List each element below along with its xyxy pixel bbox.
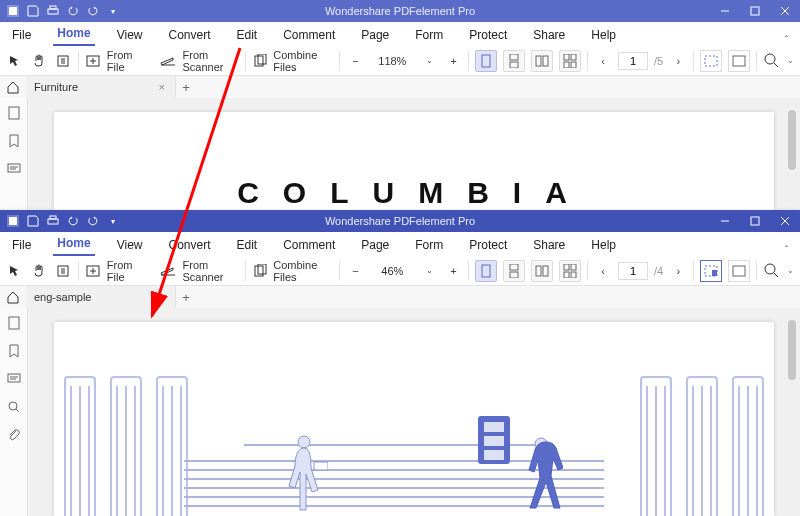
screenshot-tool-icon[interactable] [700, 260, 722, 282]
hand-tool-icon[interactable] [30, 262, 48, 280]
combine-files-icon[interactable] [252, 52, 267, 70]
from-scanner-label[interactable]: From Scanner [183, 259, 240, 283]
menu-form[interactable]: Form [411, 24, 447, 46]
save-icon[interactable] [26, 214, 40, 228]
from-scanner-icon[interactable] [159, 262, 177, 280]
view-two-page-button[interactable] [531, 50, 553, 72]
page-number-input[interactable] [618, 52, 648, 70]
maximize-button[interactable] [740, 210, 770, 232]
search-icon[interactable] [763, 52, 781, 70]
bookmarks-icon[interactable] [5, 342, 23, 360]
from-file-icon[interactable] [85, 52, 101, 70]
edit-tool-icon[interactable] [54, 52, 72, 70]
menu-home[interactable]: Home [53, 232, 94, 256]
select-tool-icon[interactable] [6, 52, 24, 70]
collapse-ribbon-icon[interactable]: ˆ [785, 35, 792, 46]
qat-dropdown-icon[interactable]: ▾ [106, 4, 120, 18]
new-tab-button[interactable]: + [176, 80, 196, 95]
combine-files-label[interactable]: Combine Files [273, 49, 333, 73]
zoom-out-button[interactable]: − [346, 52, 364, 70]
zoom-in-button[interactable]: + [444, 262, 462, 280]
combine-files-label[interactable]: Combine Files [273, 259, 333, 283]
tab-close-icon[interactable]: × [157, 291, 167, 303]
combine-files-icon[interactable] [252, 262, 267, 280]
new-tab-button[interactable]: + [176, 290, 196, 305]
zoom-dropdown-icon[interactable]: ⌄ [420, 262, 438, 280]
minimize-button[interactable] [710, 210, 740, 232]
document-tab[interactable]: Furniture × [26, 76, 176, 98]
edit-tool-icon[interactable] [54, 262, 72, 280]
view-continuous-button[interactable] [503, 260, 525, 282]
view-two-continuous-button[interactable] [559, 50, 581, 72]
next-page-button[interactable]: › [669, 52, 687, 70]
menu-edit[interactable]: Edit [233, 24, 262, 46]
redo-icon[interactable] [86, 214, 100, 228]
view-single-page-button[interactable] [475, 260, 497, 282]
document-tab[interactable]: eng-sample × [26, 286, 176, 308]
prev-page-button[interactable]: ‹ [594, 262, 612, 280]
search-dropdown-icon[interactable]: ⌄ [787, 56, 794, 65]
menu-home[interactable]: Home [53, 22, 94, 46]
page-number-input[interactable] [618, 262, 648, 280]
save-icon[interactable] [26, 4, 40, 18]
from-file-label[interactable]: From File [107, 259, 145, 283]
thumbnails-icon[interactable] [5, 104, 23, 122]
menu-share[interactable]: Share [529, 24, 569, 46]
undo-icon[interactable] [66, 214, 80, 228]
print-icon[interactable] [46, 214, 60, 228]
zoom-value[interactable]: 46% [370, 265, 414, 277]
view-single-page-button[interactable] [475, 50, 497, 72]
menu-help[interactable]: Help [587, 234, 620, 256]
snap-tool-icon[interactable] [728, 50, 750, 72]
zoom-value[interactable]: 118% [370, 55, 414, 67]
home-tab-icon[interactable] [0, 76, 26, 98]
zoom-dropdown-icon[interactable]: ⌄ [420, 52, 438, 70]
annotations-icon[interactable] [5, 160, 23, 178]
menu-protect[interactable]: Protect [465, 234, 511, 256]
view-two-page-button[interactable] [531, 260, 553, 282]
thumbnails-icon[interactable] [5, 314, 23, 332]
select-tool-icon[interactable] [6, 262, 24, 280]
screenshot-tool-icon[interactable] [700, 50, 722, 72]
view-continuous-button[interactable] [503, 50, 525, 72]
home-tab-icon[interactable] [0, 286, 26, 308]
menu-file[interactable]: File [8, 234, 35, 256]
from-file-icon[interactable] [85, 262, 101, 280]
from-scanner-icon[interactable] [159, 52, 177, 70]
minimize-button[interactable] [710, 0, 740, 22]
bookmarks-icon[interactable] [5, 132, 23, 150]
view-two-continuous-button[interactable] [559, 260, 581, 282]
next-page-button[interactable]: › [669, 262, 687, 280]
qat-dropdown-icon[interactable]: ▾ [106, 214, 120, 228]
search-panel-icon[interactable] [5, 398, 23, 416]
close-button[interactable] [770, 0, 800, 22]
close-button[interactable] [770, 210, 800, 232]
title-bar[interactable]: ▾ Wondershare PDFelement Pro [0, 210, 800, 232]
menu-edit[interactable]: Edit [233, 234, 262, 256]
attachments-icon[interactable] [5, 426, 23, 444]
menu-share[interactable]: Share [529, 234, 569, 256]
menu-page[interactable]: Page [357, 24, 393, 46]
from-scanner-label[interactable]: From Scanner [183, 49, 240, 73]
menu-view[interactable]: View [113, 24, 147, 46]
snap-tool-icon[interactable] [728, 260, 750, 282]
menu-form[interactable]: Form [411, 234, 447, 256]
hand-tool-icon[interactable] [30, 52, 48, 70]
zoom-in-button[interactable]: + [444, 52, 462, 70]
menu-view[interactable]: View [113, 234, 147, 256]
menu-convert[interactable]: Convert [164, 24, 214, 46]
prev-page-button[interactable]: ‹ [594, 52, 612, 70]
title-bar[interactable]: ▾ Wondershare PDFelement Pro [0, 0, 800, 22]
menu-convert[interactable]: Convert [164, 234, 214, 256]
search-icon[interactable] [763, 262, 781, 280]
zoom-out-button[interactable]: − [346, 262, 364, 280]
from-file-label[interactable]: From File [107, 49, 145, 73]
menu-comment[interactable]: Comment [279, 24, 339, 46]
annotations-icon[interactable] [5, 370, 23, 388]
menu-file[interactable]: File [8, 24, 35, 46]
search-dropdown-icon[interactable]: ⌄ [787, 266, 794, 275]
scrollbar-thumb[interactable] [788, 320, 796, 380]
menu-comment[interactable]: Comment [279, 234, 339, 256]
scrollbar-thumb[interactable] [788, 110, 796, 170]
tab-close-icon[interactable]: × [157, 81, 167, 93]
